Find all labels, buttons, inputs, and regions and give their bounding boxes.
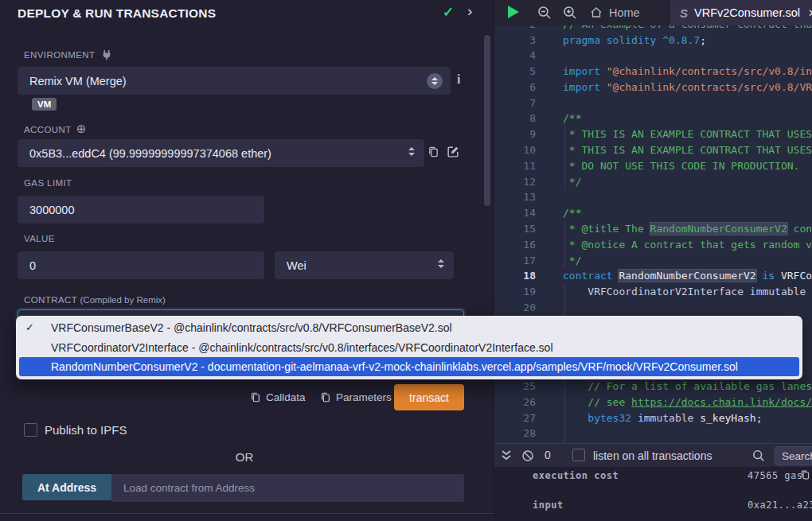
terminal-output: execution cost47565 gasinput0xa21...a23e… bbox=[494, 467, 812, 521]
line-number: 26 bbox=[494, 396, 536, 408]
contract-option[interactable]: ✓VRFConsumerBaseV2 - @chainlink/contract… bbox=[16, 317, 802, 337]
publish-ipfs-checkbox[interactable] bbox=[24, 423, 37, 437]
code-line[interactable]: 3pragma solidity ^0.8.7; bbox=[494, 32, 812, 48]
code-text: contract RandomNumberConsumerV2 is VRFCo… bbox=[563, 270, 812, 282]
value-unit-select[interactable]: Wei bbox=[275, 251, 454, 279]
terminal-search-input[interactable] bbox=[775, 446, 812, 465]
code-line[interactable]: 16 * @notice A contract that gets random… bbox=[494, 236, 812, 252]
line-number: 8 bbox=[494, 112, 536, 124]
code-line[interactable]: 15 * @title The RandomNumberConsumerV2 c… bbox=[494, 221, 812, 237]
code-text: import "@chainlink/contracts/src/v0.8/in… bbox=[563, 65, 812, 77]
copy-icon bbox=[250, 391, 261, 403]
zoom-in-icon[interactable] bbox=[563, 6, 577, 23]
value-input[interactable] bbox=[18, 251, 264, 279]
terminal-value: 47565 gas bbox=[748, 470, 803, 481]
close-tab-icon[interactable]: ✕ bbox=[808, 7, 812, 19]
code-line[interactable]: 12 */ bbox=[494, 173, 812, 189]
publish-ipfs-label: Publish to IPFS bbox=[45, 423, 127, 437]
code-line[interactable]: 26 // see https://docs.chain.link/docs/v… bbox=[494, 394, 812, 410]
select-stepper-icon bbox=[408, 147, 415, 156]
line-number: 3 bbox=[494, 34, 536, 46]
line-number: 17 bbox=[494, 255, 536, 266]
search-icon bbox=[752, 449, 765, 465]
code-line[interactable]: 28 bbox=[494, 426, 812, 441]
deploy-actions-row: Calldata Parameters transact bbox=[0, 391, 494, 418]
select-stepper-icon bbox=[427, 73, 443, 89]
add-account-icon[interactable]: ⊕ bbox=[76, 122, 87, 135]
line-number: 2 bbox=[494, 25, 536, 30]
code-line[interactable]: 2// An example of a consumer contract th… bbox=[494, 25, 812, 32]
panel-scrollbar[interactable] bbox=[484, 35, 490, 206]
run-script-play-icon[interactable] bbox=[508, 6, 519, 18]
code-line[interactable]: 18contract RandomNumberConsumerV2 is VRF… bbox=[494, 268, 812, 284]
line-number: 6 bbox=[494, 81, 536, 93]
copy-value-icon[interactable] bbox=[800, 469, 810, 483]
code-line[interactable]: 20 bbox=[494, 300, 812, 316]
gas-limit-label: GAS LIMIT bbox=[24, 178, 72, 188]
edit-account-icon[interactable] bbox=[447, 145, 460, 161]
terminal-value: 0xa21...a23e4 bbox=[748, 500, 812, 511]
code-text: pragma solidity ^0.8.7; bbox=[563, 34, 706, 46]
code-line[interactable]: 13 bbox=[494, 189, 812, 205]
code-line[interactable]: 4 bbox=[494, 48, 812, 64]
line-number: 28 bbox=[494, 427, 536, 439]
code-line[interactable]: 27 bytes32 immutable s_keyHash; bbox=[494, 410, 812, 426]
transact-button[interactable]: transact bbox=[394, 384, 464, 410]
at-address-button[interactable]: At Address bbox=[22, 474, 111, 500]
copy-account-icon[interactable] bbox=[427, 146, 439, 161]
expand-terminal-icon[interactable] bbox=[501, 449, 512, 465]
select-stepper-icon bbox=[438, 259, 444, 268]
line-number: 14 bbox=[494, 207, 536, 219]
environment-info-icon[interactable]: i bbox=[457, 72, 460, 87]
line-number: 5 bbox=[494, 65, 536, 77]
value-label: VALUE bbox=[24, 234, 55, 243]
account-select[interactable]: 0x5B3...eddC4 (99.99999999997374068 ethe… bbox=[18, 139, 424, 167]
code-text: VRFCoordinatorV2Interface immutable COOR… bbox=[563, 286, 812, 297]
code-text: * @title The RandomNumberConsumerV2 cont… bbox=[563, 223, 812, 235]
tab-vrfv2consumer-sol[interactable]: S VRFv2Consumer.sol ✕ bbox=[670, 0, 812, 25]
home-icon bbox=[590, 6, 603, 19]
clear-console-icon[interactable] bbox=[521, 449, 534, 465]
code-text: * THIS IS AN EXAMPLE CONTRACT THAT USES … bbox=[563, 144, 812, 156]
tab-home[interactable]: Home bbox=[580, 0, 668, 25]
listen-all-transactions-checkbox[interactable] bbox=[572, 449, 585, 461]
plug-icon bbox=[101, 49, 112, 60]
code-line[interactable]: 10 * THIS IS AN EXAMPLE CONTRACT THAT US… bbox=[494, 142, 812, 158]
code-line[interactable]: 11 * DO NOT USE THIS CODE IN PRODUCTION. bbox=[494, 157, 812, 173]
listen-all-transactions-label: listen on all transactions bbox=[593, 449, 712, 462]
code-line[interactable]: 9 * THIS IS AN EXAMPLE CONTRACT THAT USE… bbox=[494, 126, 812, 142]
code-text: bytes32 immutable s_keyHash; bbox=[563, 412, 762, 424]
line-number: 4 bbox=[494, 49, 536, 61]
editor-region: 2// An example of a consumer contract th… bbox=[494, 0, 812, 521]
contract-option[interactable]: RandomNumberConsumerV2 - documentation-g… bbox=[19, 357, 799, 376]
code-editor[interactable]: 2// An example of a consumer contract th… bbox=[494, 25, 812, 443]
zoom-out-icon[interactable] bbox=[537, 6, 552, 23]
terminal-row: input0xa21...a23e4 bbox=[494, 500, 812, 511]
code-line[interactable]: 25 // For a list of available gas lanes … bbox=[494, 379, 812, 395]
vm-badge: VM bbox=[32, 98, 57, 111]
copy-icon bbox=[320, 391, 331, 403]
code-line[interactable]: 6import "@chainlink/contracts/src/v0.8/V… bbox=[494, 80, 812, 95]
code-line[interactable]: 5import "@chainlink/contracts/src/v0.8/i… bbox=[494, 64, 812, 80]
contract-option[interactable]: VRFCoordinatorV2Interface - @chainlink/c… bbox=[16, 337, 802, 357]
editor-topbar: Home S VRFv2Consumer.sol ✕ bbox=[494, 0, 812, 25]
code-line[interactable]: 14/** bbox=[494, 205, 812, 221]
code-line[interactable]: 7 bbox=[494, 95, 812, 111]
line-number: 15 bbox=[494, 223, 536, 235]
collapse-panel-chevron-icon[interactable]: › bbox=[467, 2, 472, 20]
code-line[interactable]: 19 VRFCoordinatorV2Interface immutable C… bbox=[494, 284, 812, 300]
code-text: * DO NOT USE THIS CODE IN PRODUCTION. bbox=[563, 160, 799, 172]
indent-guide bbox=[564, 221, 565, 268]
or-divider: OR bbox=[0, 450, 489, 464]
at-address-input[interactable] bbox=[111, 474, 464, 502]
contract-label: CONTRACT (Compiled by Remix) bbox=[24, 295, 166, 305]
deploy-run-panel: DEPLOY & RUN TRANSACTIONS ✓ › ENVIRONMEN… bbox=[0, 0, 494, 521]
code-text: * @notice A contract that gets random va… bbox=[563, 239, 812, 251]
gas-limit-input[interactable] bbox=[18, 196, 264, 224]
parameters-button[interactable]: Parameters bbox=[320, 391, 392, 403]
code-line[interactable]: 8/** bbox=[494, 111, 812, 126]
code-text: /** bbox=[563, 112, 581, 124]
calldata-button[interactable]: Calldata bbox=[250, 391, 306, 403]
code-line[interactable]: 17 */ bbox=[494, 252, 812, 268]
environment-select[interactable]: Remix VM (Merge) bbox=[18, 67, 451, 95]
